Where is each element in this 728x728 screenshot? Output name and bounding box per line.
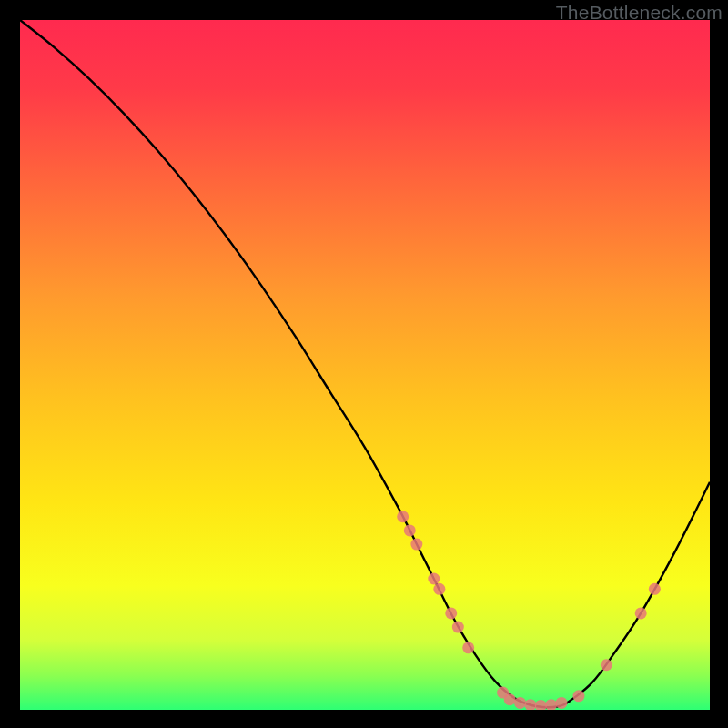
data-marker: [397, 511, 409, 522]
data-marker: [445, 607, 457, 619]
data-marker: [635, 607, 647, 619]
data-marker: [410, 539, 422, 551]
data-marker: [649, 583, 661, 595]
data-marker: [462, 642, 474, 653]
data-marker: [404, 524, 416, 536]
data-marker: [572, 690, 584, 702]
data-marker: [452, 622, 464, 633]
data-marker: [433, 583, 445, 595]
chart-frame: [20, 20, 710, 710]
data-marker: [504, 693, 516, 705]
chart-svg: [20, 20, 710, 710]
gradient-background: [20, 20, 710, 710]
watermark-text: TheBottleneck.com: [556, 2, 723, 24]
data-marker: [428, 572, 440, 584]
data-marker: [514, 697, 526, 709]
data-marker: [556, 697, 568, 709]
data-marker: [601, 659, 612, 671]
